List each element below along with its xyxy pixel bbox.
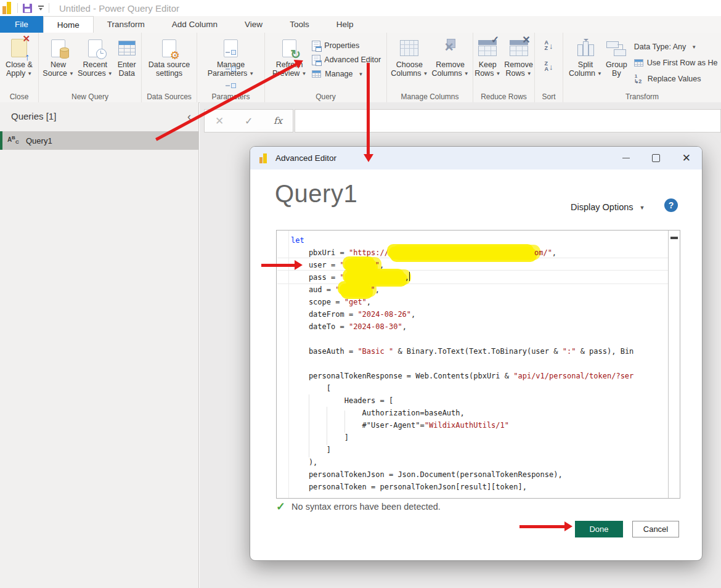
ribbon-group-reduce-rows: ✓ Keep Rows▼ ✕ Remove Rows▼ Reduce Rows [473, 33, 535, 102]
queries-panel: Queries [1] ‹ ABC Query1 [0, 102, 199, 588]
sort-ascending-icon: ↓ [549, 41, 553, 51]
tab-tools[interactable]: Tools [276, 16, 323, 33]
query-list-item-selected[interactable]: ABC Query1 [0, 131, 198, 150]
manage-parameters-button[interactable]: Manage Parameters▼ [206, 36, 256, 80]
redaction-highlight [344, 259, 375, 272]
code-line: Authorization=baseAuth, [291, 407, 669, 419]
ribbon-group-transform: Split Column▼ Group By Data Type: Any ▼ … [563, 33, 721, 102]
manage-button[interactable]: Manage ▼ [312, 68, 381, 80]
advanced-editor-button[interactable]: Advanced Editor [312, 54, 381, 65]
refresh-preview-button[interactable]: ↻ Refresh Preview▼ [271, 36, 308, 80]
scrollbar-thumb[interactable] [670, 237, 678, 239]
split-column-button[interactable]: Split Column▼ [567, 36, 604, 80]
group-by-icon [606, 40, 626, 56]
dropdown-caret-icon: ▼ [597, 71, 602, 76]
data-type-button[interactable]: Data Type: Any ▼ [634, 41, 718, 52]
split-column-icon [576, 39, 595, 57]
formula-cancel-icon[interactable]: ✕ [215, 115, 224, 128]
code-line: dateTo = "2024-08-30", [291, 321, 669, 333]
properties-button[interactable]: Properties [312, 40, 381, 51]
formula-input[interactable] [295, 109, 721, 133]
code-content: let pbxUri = "https://om/", user = "", p… [277, 234, 669, 493]
collapse-panel-icon[interactable]: ‹ [187, 113, 191, 120]
data-source-settings-button[interactable]: ⚙ Data source settings [147, 36, 192, 79]
code-line: user = "", [291, 259, 669, 271]
group-label-data-sources: Data Sources [142, 92, 197, 101]
remove-rows-icon: ✕ [510, 40, 528, 57]
group-label-query: Query [265, 92, 386, 101]
ribbon-group-data-sources: ⚙ Data source settings Data Sources [142, 33, 197, 102]
sort-ascending-button[interactable]: AZ↓ [545, 39, 553, 52]
save-icon[interactable] [23, 4, 32, 13]
quick-access-caret-icon[interactable] [38, 6, 44, 10]
code-line: #"User-Agent"="WildixAuthUtils/1" [291, 419, 669, 431]
recent-sources-button[interactable]: Recent Sources▼ [76, 36, 115, 80]
dropdown-caret-icon: ▼ [423, 71, 428, 76]
sort-descending-button[interactable]: ZA↓ [545, 60, 553, 73]
tab-add-column[interactable]: Add Column [158, 16, 231, 33]
divider [49, 3, 49, 13]
cancel-button[interactable]: Cancel [632, 521, 679, 537]
minimize-icon[interactable] [622, 158, 630, 159]
tab-transform[interactable]: Transform [94, 16, 158, 33]
tab-file[interactable]: File [0, 16, 43, 33]
group-by-button[interactable]: Group By [604, 36, 629, 79]
text-caret [409, 272, 410, 281]
redaction-highlight [340, 284, 370, 296]
choose-columns-button[interactable]: Choose Columns▼ [389, 36, 430, 80]
dropdown-caret-icon: ▼ [640, 205, 645, 211]
replace-values-icon: 1↳2 [634, 74, 644, 84]
group-label-sort: Sort [535, 92, 563, 101]
code-editor[interactable]: let pbxUri = "https://om/", user = "", p… [276, 230, 680, 499]
tab-view[interactable]: View [231, 16, 276, 33]
formula-bar-buttons: ✕ ✓ fx [204, 109, 293, 133]
formula-accept-icon[interactable]: ✓ [245, 115, 253, 127]
syntax-status-text: No syntax errors have been detected. [291, 502, 441, 512]
code-line: Headers = [ [291, 394, 669, 407]
remove-rows-button[interactable]: ✕ Remove Rows▼ [502, 36, 535, 80]
code-line: personalTokenJson = Json.Document(person… [291, 468, 669, 481]
maximize-icon[interactable] [652, 154, 660, 162]
group-label-manage-columns: Manage Columns [387, 92, 473, 101]
close-apply-button[interactable]: ✕↑ Close & Apply▼ [4, 36, 35, 80]
dropdown-caret-icon: ▼ [301, 71, 306, 76]
redaction-highlight [389, 247, 534, 259]
group-label-parameters: Parameters [197, 92, 264, 101]
formula-fx-icon[interactable]: fx [274, 115, 282, 126]
queries-header: Queries [1] [11, 111, 56, 121]
ribbon-group-new-query: New Source▼ Recent Sources▼ Enter Data N… [39, 33, 142, 102]
use-first-row-button[interactable]: Use First Row as He [634, 57, 718, 68]
new-source-button[interactable]: New Source▼ [41, 36, 76, 80]
done-button[interactable]: Done [575, 521, 623, 537]
code-line: scope = "get", [291, 296, 669, 308]
keep-rows-button[interactable]: ✓ Keep Rows▼ [473, 36, 502, 80]
use-first-row-icon [634, 59, 643, 67]
code-line [291, 333, 669, 345]
data-source-settings-icon: ⚙ [162, 39, 176, 57]
dropdown-caret-icon: ▼ [495, 71, 500, 76]
enter-data-button[interactable]: Enter Data [115, 36, 139, 79]
display-options-dropdown[interactable]: Display Options▼ [571, 202, 645, 212]
replace-values-button[interactable]: 1↳2 Replace Values [634, 73, 718, 84]
editor-scrollbar[interactable] [668, 231, 680, 498]
selection-accent-bar [0, 131, 2, 150]
dropdown-caret-icon: ▼ [27, 71, 32, 76]
dialog-title: Advanced Editor [275, 153, 336, 163]
power-bi-logo-icon [2, 2, 12, 14]
ribbon-group-query: ↻ Refresh Preview▼ Properties Advanced E… [265, 33, 387, 102]
code-line: personalToken = personalTokenJson[result… [291, 481, 669, 493]
remove-columns-button[interactable]: ✕ Remove Columns▼ [430, 36, 471, 80]
group-label-new-query: New Query [39, 92, 141, 101]
close-icon[interactable]: ✕ [682, 153, 691, 163]
remove-columns-icon: ✕ [441, 39, 460, 57]
code-line: ] [291, 431, 669, 444]
tab-home[interactable]: Home [43, 16, 94, 33]
code-line: ] [291, 444, 669, 456]
manage-parameters-icon [224, 39, 238, 57]
help-icon[interactable]: ? [664, 198, 678, 212]
ribbon: ✕↑ Close & Apply▼ Close New Source▼ Rece… [0, 33, 721, 103]
code-line: [ [291, 382, 669, 394]
enter-data-icon [118, 41, 136, 55]
dialog-title-bar[interactable]: Advanced Editor ✕ [250, 147, 702, 169]
tab-help[interactable]: Help [323, 16, 367, 33]
